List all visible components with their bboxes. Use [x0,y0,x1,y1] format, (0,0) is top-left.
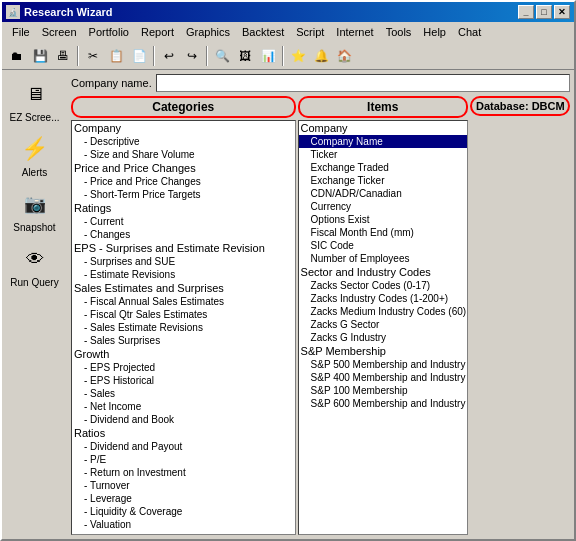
category-list-item[interactable]: - EPS Projected [72,361,295,374]
category-list-item[interactable]: - Dividend and Book [72,413,295,426]
category-list-item[interactable]: - P/E [72,453,295,466]
items-list-item[interactable]: Zacks G Industry [299,331,467,344]
category-list-item[interactable]: - Changes [72,228,295,241]
toolbar-btn-4[interactable]: ✂ [82,45,104,67]
items-list-item[interactable]: CDN/ADR/Canadian [299,187,467,200]
menu-item-portfolio[interactable]: Portfolio [83,24,135,40]
menu-item-report[interactable]: Report [135,24,180,40]
maximize-button[interactable]: □ [536,5,552,19]
items-list-item[interactable]: Ticker [299,148,467,161]
sidebar-item-snapshot[interactable]: 📷 Snapshot [6,184,64,237]
items-list-item[interactable]: Number of Employees [299,252,467,265]
category-list-item[interactable]: - Surprises and SUE [72,255,295,268]
toolbar-btn-13[interactable]: 🔔 [310,45,332,67]
company-name-row: Company name. [71,74,570,92]
sidebar-item-run-query[interactable]: 👁 Run Query [6,239,64,292]
category-list-item[interactable]: - EPS Historical [72,374,295,387]
items-list-item[interactable]: S&P 100 Membership [299,384,467,397]
company-name-input[interactable] [156,74,570,92]
category-list-item[interactable]: - Dividend and Payout [72,440,295,453]
toolbar-btn-10[interactable]: 🖼 [234,45,256,67]
menu-item-chat[interactable]: Chat [452,24,487,40]
category-list-item[interactable]: - Sales [72,387,295,400]
toolbar-btn-14[interactable]: 🏠 [333,45,355,67]
toolbar-sep-3 [206,46,208,66]
menu-item-script[interactable]: Script [290,24,330,40]
main-panel: Company name. Categories Company- Descri… [67,70,574,539]
items-list-item[interactable]: Company [299,121,467,135]
category-list-item[interactable]: - Short-Term Price Targets [72,188,295,201]
run-query-icon: 👁 [19,243,51,275]
items-list-item[interactable]: S&P 500 Membership and Industry [299,358,467,371]
items-list-item[interactable]: Exchange Ticker [299,174,467,187]
ez-screen-icon: 🖥 [19,78,51,110]
items-list-item[interactable]: S&P 600 Membership and Industry [299,397,467,410]
category-list-item[interactable]: - Sales Estimate Revisions [72,321,295,334]
category-list-item[interactable]: Company [72,121,295,135]
category-list-item[interactable]: - Valuation [72,518,295,531]
items-list-item[interactable]: Zacks Industry Codes (1-200+) [299,292,467,305]
menu-item-tools[interactable]: Tools [380,24,418,40]
items-list-item[interactable]: Fiscal Month End (mm) [299,226,467,239]
menu-item-graphics[interactable]: Graphics [180,24,236,40]
company-name-label: Company name. [71,77,152,89]
items-list-item[interactable]: Zacks G Sector [299,318,467,331]
items-list-item[interactable]: Zacks Medium Industry Codes (60) [299,305,467,318]
category-list-item[interactable]: Growth [72,347,295,361]
items-list-item[interactable]: Exchange Traded [299,161,467,174]
category-list-item[interactable]: - Leverage [72,492,295,505]
menu-item-file[interactable]: File [6,24,36,40]
items-list-item[interactable]: Options Exist [299,213,467,226]
category-list-item[interactable]: - Net Income [72,400,295,413]
category-list-item[interactable]: - Fiscal Qtr Sales Estimates [72,308,295,321]
category-list-item[interactable]: Ratios [72,426,295,440]
category-list-item[interactable]: Margins [72,531,295,535]
categories-list[interactable]: Company- Descriptive- Size and Share Vol… [71,120,296,535]
close-button[interactable]: ✕ [554,5,570,19]
category-list-item[interactable]: - Estimate Revisions [72,268,295,281]
categories-header: Categories [71,96,296,118]
items-list-item[interactable]: Sector and Industry Codes [299,265,467,279]
menu-item-internet[interactable]: Internet [330,24,379,40]
toolbar-btn-11[interactable]: 📊 [257,45,279,67]
toolbar-btn-7[interactable]: ↩ [158,45,180,67]
items-list-item[interactable]: S&P 400 Membership and Industry [299,371,467,384]
menu-item-backtest[interactable]: Backtest [236,24,290,40]
sidebar-item-alerts[interactable]: ⚡ Alerts [6,129,64,182]
category-list-item[interactable]: - Fiscal Annual Sales Estimates [72,295,295,308]
window-controls: _ □ ✕ [518,5,570,19]
category-list-item[interactable]: Ratings [72,201,295,215]
toolbar-btn-1[interactable]: 🖿 [6,45,28,67]
category-list-item[interactable]: - Size and Share Volume [72,148,295,161]
category-list-item[interactable]: - Price and Price Changes [72,175,295,188]
toolbar-btn-5[interactable]: 📋 [105,45,127,67]
snapshot-icon: 📷 [19,188,51,220]
items-list-item[interactable]: SIC Code [299,239,467,252]
toolbar-btn-3[interactable]: 🖶 [52,45,74,67]
items-list[interactable]: CompanyCompany NameTickerExchange Traded… [298,120,468,535]
category-list-item[interactable]: - Current [72,215,295,228]
category-list-item[interactable]: Price and Price Changes [72,161,295,175]
category-list-item[interactable]: - Turnover [72,479,295,492]
category-list-item[interactable]: - Descriptive [72,135,295,148]
category-list-item[interactable]: - Return on Investment [72,466,295,479]
toolbar-btn-6[interactable]: 📄 [128,45,150,67]
toolbar-btn-2[interactable]: 💾 [29,45,51,67]
content-area: 🖥 EZ Scree... ⚡ Alerts 📷 Snapshot 👁 Run … [2,70,574,539]
category-list-item[interactable]: Sales Estimates and Surprises [72,281,295,295]
menu-item-screen[interactable]: Screen [36,24,83,40]
toolbar-btn-9[interactable]: 🔍 [211,45,233,67]
run-query-label: Run Query [10,277,58,288]
toolbar-btn-8[interactable]: ↪ [181,45,203,67]
sidebar-item-ez-screen[interactable]: 🖥 EZ Scree... [6,74,64,127]
toolbar-btn-12[interactable]: ⭐ [287,45,309,67]
minimize-button[interactable]: _ [518,5,534,19]
items-list-item[interactable]: Company Name [299,135,467,148]
items-list-item[interactable]: S&P Membership [299,344,467,358]
items-list-item[interactable]: Zacks Sector Codes (0-17) [299,279,467,292]
category-list-item[interactable]: - Liquidity & Coverage [72,505,295,518]
items-list-item[interactable]: Currency [299,200,467,213]
category-list-item[interactable]: EPS - Surprises and Estimate Revision [72,241,295,255]
menu-item-help[interactable]: Help [417,24,452,40]
category-list-item[interactable]: - Sales Surprises [72,334,295,347]
